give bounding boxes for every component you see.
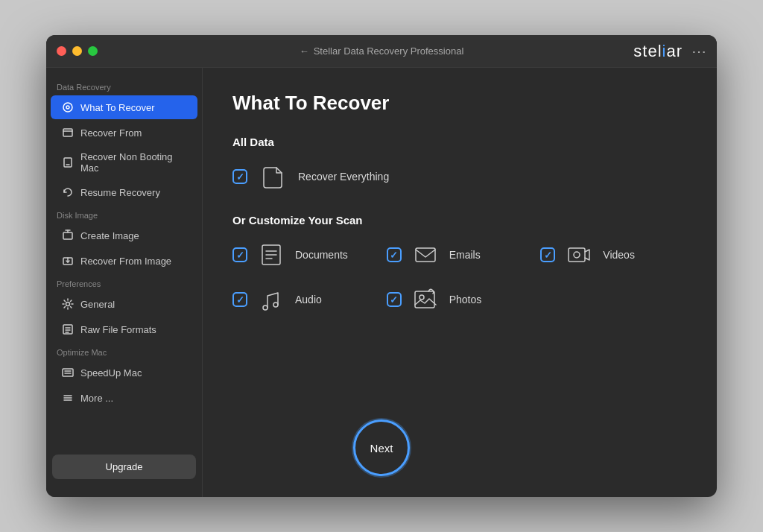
sidebar-item-label: Recover From (80, 127, 142, 139)
next-button[interactable]: Next (353, 419, 410, 476)
sidebar-bottom: Upgrade (46, 446, 202, 488)
svg-rect-6 (63, 232, 72, 239)
emails-checkbox[interactable] (387, 247, 402, 262)
audio-icon (256, 285, 286, 314)
sidebar-item-create-image[interactable]: Create Image (51, 224, 197, 247)
stellar-logo: steliar (633, 42, 683, 61)
close-button[interactable] (57, 46, 66, 56)
more-icon (61, 391, 75, 405)
titlebar-right: steliar ⋯ (633, 42, 706, 61)
page-title: What To Recover (232, 92, 687, 115)
option-audio: Audio (232, 285, 379, 314)
logo-accent: i (662, 42, 667, 60)
next-button-container: Next (353, 419, 410, 476)
documents-icon (256, 240, 286, 270)
upgrade-button[interactable]: Upgrade (52, 455, 196, 479)
option-videos: Videos (540, 240, 687, 270)
main-content: What To Recover All Data Recover Everyth… (203, 68, 717, 497)
titlebar: ← Stellar Data Recovery Professional ste… (46, 35, 717, 68)
what-to-recover-icon (61, 101, 75, 114)
minimize-button[interactable] (72, 46, 82, 56)
option-emails: Emails (387, 240, 534, 270)
svg-rect-30 (415, 291, 434, 308)
emails-icon (411, 240, 440, 270)
svg-rect-15 (63, 369, 73, 376)
sidebar-item-label: More ... (80, 393, 113, 404)
speedup-mac-icon (61, 366, 75, 379)
photos-icon (411, 285, 440, 314)
emails-label: Emails (449, 249, 481, 261)
sidebar: Data Recovery What To Recover R (46, 68, 203, 497)
svg-point-27 (574, 252, 580, 258)
documents-checkbox[interactable] (232, 247, 247, 262)
sidebar-item-label: Create Image (80, 230, 139, 241)
app-window: ← Stellar Data Recovery Professional ste… (46, 35, 717, 497)
all-data-label: All Data (232, 136, 687, 148)
sidebar-item-general[interactable]: General (51, 292, 197, 316)
general-icon (61, 297, 75, 311)
recover-everything-label: Recover Everything (298, 171, 389, 183)
videos-checkbox[interactable] (540, 247, 555, 262)
option-photos: Photos (387, 285, 534, 314)
svg-rect-25 (416, 248, 435, 262)
svg-point-10 (66, 303, 70, 306)
sidebar-item-recover-from[interactable]: Recover From (51, 121, 197, 145)
recover-from-image-icon (61, 254, 75, 267)
options-grid: Documents Emails (232, 240, 687, 314)
svg-point-31 (420, 295, 424, 300)
svg-rect-2 (63, 129, 72, 136)
customize-section-label: Or Customize Your Scan (232, 214, 687, 227)
sidebar-section-disk-image: Disk Image (46, 205, 202, 223)
audio-checkbox[interactable] (232, 292, 247, 307)
sidebar-item-label: Recover Non Booting Mac (80, 151, 187, 174)
svg-point-28 (263, 305, 267, 310)
traffic-lights (57, 46, 98, 56)
maximize-button[interactable] (88, 46, 98, 56)
sidebar-item-raw-file-formats[interactable]: Raw File Formats (51, 317, 197, 341)
raw-file-formats-icon (61, 323, 75, 336)
sidebar-item-recover-from-image[interactable]: Recover From Image (51, 249, 197, 273)
recover-from-icon (61, 126, 75, 139)
sidebar-item-label: What To Recover (80, 102, 154, 113)
recover-everything-row: Recover Everything (232, 162, 687, 191)
audio-label: Audio (295, 294, 322, 305)
sidebar-item-label: SpeedUp Mac (80, 367, 142, 379)
sidebar-item-label: Raw File Formats (80, 324, 156, 335)
svg-rect-4 (64, 158, 72, 167)
svg-rect-26 (569, 248, 585, 262)
sidebar-item-speedup-mac[interactable]: SpeedUp Mac (51, 361, 197, 384)
sidebar-item-label: Resume Recovery (80, 187, 160, 198)
resume-recovery-icon (61, 186, 75, 199)
sidebar-item-more[interactable]: More ... (51, 386, 197, 410)
svg-point-29 (273, 303, 278, 307)
sidebar-section-data-recovery: Data Recovery (46, 77, 202, 95)
svg-point-1 (66, 106, 69, 109)
photos-checkbox[interactable] (387, 292, 402, 307)
photos-label: Photos (449, 294, 482, 305)
menu-icon[interactable]: ⋯ (691, 42, 706, 60)
recover-everything-checkbox[interactable] (232, 169, 247, 184)
recover-everything-icon (258, 162, 288, 191)
sidebar-section-optimize-mac: Optimize Mac (46, 342, 202, 360)
recover-non-booting-icon (61, 156, 75, 169)
sidebar-item-recover-non-booting[interactable]: Recover Non Booting Mac (51, 146, 197, 179)
documents-label: Documents (295, 249, 348, 261)
titlebar-title: ← Stellar Data Recovery Professional (300, 45, 464, 57)
option-documents: Documents (232, 240, 379, 270)
back-icon: ← (300, 45, 309, 57)
svg-point-0 (63, 103, 72, 112)
videos-icon (564, 240, 594, 270)
sidebar-item-resume-recovery[interactable]: Resume Recovery (51, 180, 197, 204)
sidebar-section-preferences: Preferences (46, 273, 202, 291)
sidebar-item-what-to-recover[interactable]: What To Recover (51, 95, 197, 119)
app-title: Stellar Data Recovery Professional (314, 45, 464, 57)
sidebar-item-label: Recover From Image (80, 256, 171, 267)
create-image-icon (61, 229, 75, 242)
sidebar-item-label: General (80, 299, 115, 310)
videos-label: Videos (603, 249, 635, 261)
